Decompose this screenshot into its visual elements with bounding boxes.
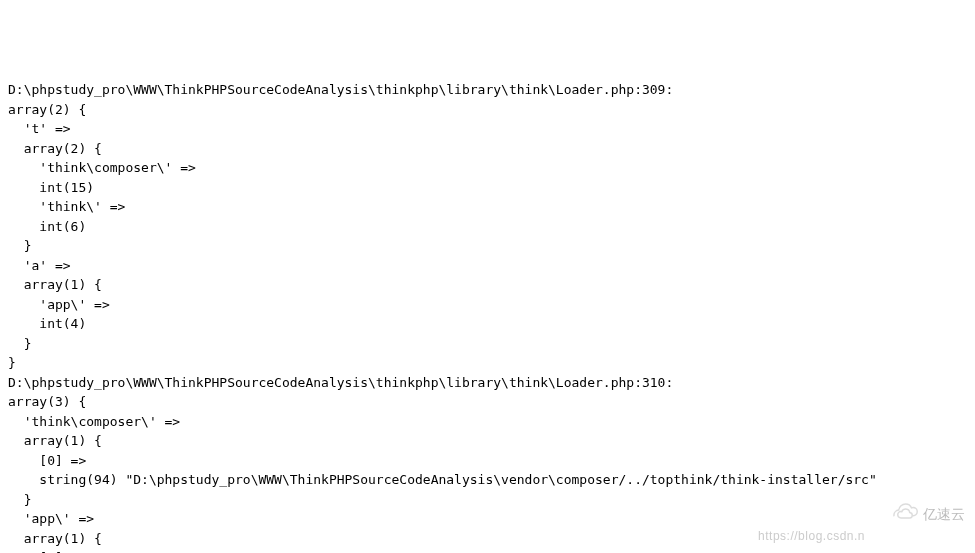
dump-line: }	[8, 238, 31, 253]
cloud-icon	[875, 481, 919, 547]
dump-line: array(2) {	[8, 141, 102, 156]
dump-line: D:\phpstudy_pro\WWW\ThinkPHPSourceCodeAn…	[8, 82, 673, 97]
dump-line: array(3) {	[8, 394, 86, 409]
dump-line: array(1) {	[8, 277, 102, 292]
dump-line: 'think\' =>	[8, 199, 125, 214]
dump-line: D:\phpstudy_pro\WWW\ThinkPHPSourceCodeAn…	[8, 375, 673, 390]
dump-line: string(94) "D:\phpstudy_pro\WWW\ThinkPHP…	[8, 472, 877, 487]
dump-line: 'app\' =>	[8, 297, 110, 312]
dump-line: 'a' =>	[8, 258, 71, 273]
dump-line: 'think\composer\' =>	[8, 414, 180, 429]
dump-line: array(1) {	[8, 531, 102, 546]
brand-watermark: 亿速云	[875, 481, 965, 547]
dump-line: 't' =>	[8, 121, 71, 136]
dump-line: 'think\composer\' =>	[8, 160, 196, 175]
dump-line: }	[8, 492, 31, 507]
dump-line: array(2) {	[8, 102, 86, 117]
dump-line: int(4)	[8, 316, 86, 331]
csdn-watermark: https://blog.csdn.n	[758, 527, 865, 545]
dump-line: }	[8, 355, 16, 370]
var-dump-output-1: D:\phpstudy_pro\WWW\ThinkPHPSourceCodeAn…	[8, 80, 967, 553]
dump-line: int(15)	[8, 180, 94, 195]
dump-line: array(1) {	[8, 433, 102, 448]
dump-line: int(6)	[8, 219, 86, 234]
dump-line: [0] =>	[8, 453, 86, 468]
dump-line: 'app\' =>	[8, 511, 94, 526]
dump-line: }	[8, 336, 31, 351]
brand-text: 亿速云	[923, 504, 965, 525]
